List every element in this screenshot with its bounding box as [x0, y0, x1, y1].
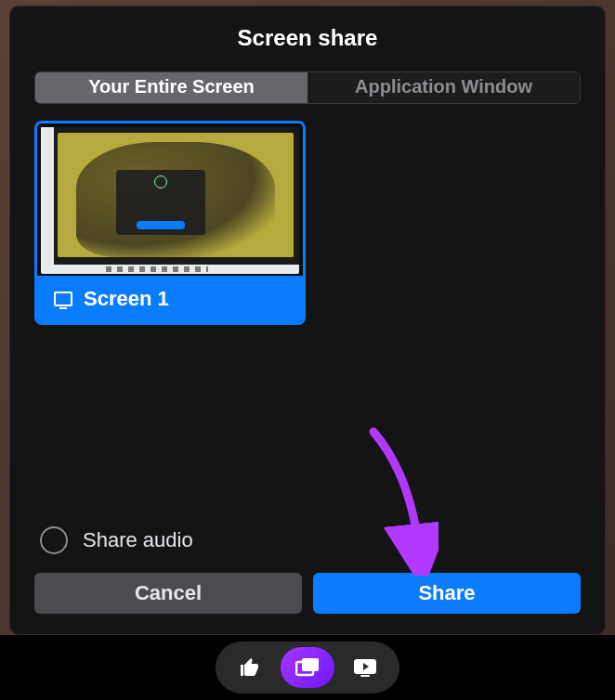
tab-entire-screen[interactable]: Your Entire Screen	[35, 72, 308, 103]
dialog-button-row: Cancel Share	[34, 573, 581, 614]
screen-option-footer: Screen 1	[37, 276, 303, 322]
watch-together-icon	[353, 658, 377, 677]
share-audio-label: Share audio	[83, 528, 193, 552]
screen-share-toolbar-button[interactable]	[281, 647, 334, 688]
share-audio-radio[interactable]	[40, 526, 68, 554]
screen-thumbnail	[37, 123, 303, 276]
screen-share-icon	[295, 657, 320, 678]
cancel-button[interactable]: Cancel	[34, 573, 302, 614]
screen-options-grid: Screen 1	[34, 121, 581, 526]
tab-application-window[interactable]: Application Window	[308, 72, 580, 103]
call-actions-pill	[216, 642, 399, 694]
screen-share-dialog: Screen share Your Entire Screen Applicat…	[9, 6, 606, 635]
watch-together-button[interactable]	[338, 647, 392, 688]
share-button[interactable]: Share	[313, 573, 581, 614]
monitor-icon	[54, 292, 72, 306]
dialog-title: Screen share	[34, 25, 581, 51]
share-mode-tabbar: Your Entire Screen Application Window	[34, 71, 581, 104]
reaction-button[interactable]	[223, 647, 277, 688]
thumbs-up-icon	[239, 656, 261, 679]
screen-option-1[interactable]: Screen 1	[34, 121, 306, 325]
screen-option-label: Screen 1	[84, 287, 169, 311]
call-bottom-bar	[0, 635, 615, 700]
svg-rect-1	[302, 658, 319, 671]
svg-rect-3	[360, 675, 370, 677]
share-audio-row: Share audio	[34, 526, 581, 554]
